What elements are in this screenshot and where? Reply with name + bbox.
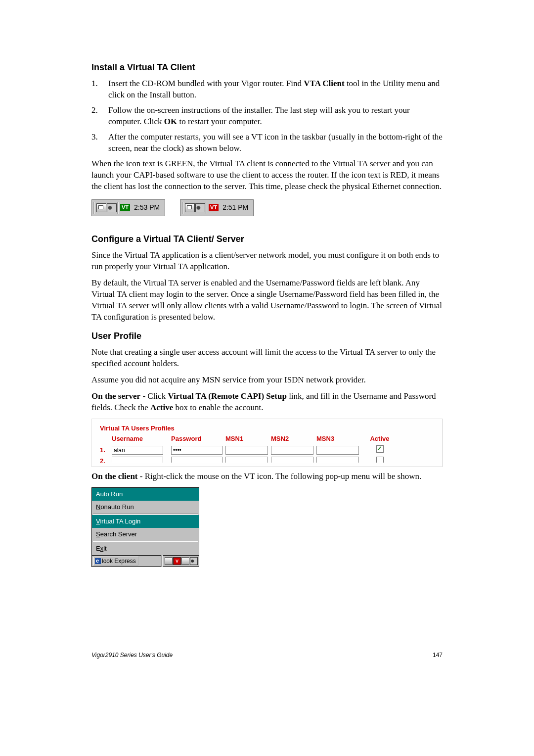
text: uto Run: [100, 490, 123, 498]
text: Insert the CD-ROM bundled with your Vigo…: [108, 79, 304, 88]
virtual-ta-users-profiles-panel: Virtual TA Users Profiles Username Passw…: [91, 419, 443, 468]
paragraph-on-client: On the client - Right-click the mouse on…: [91, 471, 443, 482]
popup-taskbar: look Express V: [91, 556, 199, 567]
profile-row-1: 1.: [100, 445, 434, 455]
install-steps-list: 1. Insert the CD-ROM bundled with your V…: [91, 78, 443, 154]
text: - Right-click the mouse on the VT icon. …: [138, 472, 422, 481]
bold-text: On the server: [91, 391, 140, 401]
speaker-icon: [195, 203, 205, 212]
password-input[interactable]: [171, 446, 222, 455]
text: irtual TA Login: [100, 518, 140, 525]
row-number: 1.: [100, 446, 112, 455]
text: E: [96, 545, 100, 552]
printer-icon: [165, 557, 173, 565]
speaker-icon: [190, 557, 198, 565]
menu-item-auto-run[interactable]: Auto Run: [92, 488, 199, 501]
taskbar-app-button[interactable]: look Express: [93, 557, 138, 566]
heading-install: Install a Virtual TA Client: [91, 61, 443, 73]
msn1-input[interactable]: [225, 457, 268, 463]
row-number: 2.: [100, 457, 112, 463]
paragraph-connection-status: When the icon text is GREEN, the Virtual…: [91, 158, 443, 192]
text: N: [96, 503, 100, 511]
vt-status-icon-red: VT: [209, 204, 219, 211]
menu-separator: [93, 541, 198, 542]
username-input[interactable]: [112, 446, 163, 455]
step-number: 3.: [91, 132, 108, 154]
menu-item-nonauto-run[interactable]: Nonauto Run: [92, 501, 199, 514]
speaker-icon: [107, 203, 117, 212]
system-tray: V: [161, 555, 199, 567]
text: - Click: [140, 391, 168, 401]
taskbar-connected: VT 2:53 PM: [91, 199, 165, 216]
taskbar-grip-icon: [206, 202, 207, 214]
msn3-input[interactable]: [316, 446, 359, 455]
bold-text: Virtual TA (Remote CAPI) Setup: [168, 391, 287, 401]
col-password: Password: [171, 434, 225, 443]
paragraph-userprofile-1: Note that creating a single user access …: [91, 347, 443, 370]
printer-icon: [185, 203, 195, 212]
footer-guide-title: Vigor2910 Series User's Guide: [91, 651, 173, 659]
page-number: 147: [433, 651, 443, 659]
step-text: Follow the on-screen instructions of the…: [108, 105, 443, 128]
username-input[interactable]: [112, 457, 163, 463]
taskbar-clock: 2:53 PM: [130, 203, 165, 212]
menu-item-search-server[interactable]: Search Server: [92, 528, 199, 541]
text: it: [103, 545, 107, 552]
msn3-input[interactable]: [316, 457, 359, 463]
vt-status-icon: V: [173, 557, 181, 565]
taskbar-grip-icon: [93, 202, 95, 214]
popup-menu-figure: Auto Run Nonauto Run Virtual TA Login Se…: [91, 487, 199, 567]
context-menu: Auto Run Nonauto Run Virtual TA Login Se…: [91, 487, 199, 556]
step-number: 1.: [91, 78, 108, 101]
msn1-input[interactable]: [225, 446, 268, 455]
text: to restart your computer.: [177, 117, 262, 126]
taskbar-disconnected: VT 2:51 PM: [180, 199, 254, 216]
page-footer: Vigor2910 Series User's Guide 147: [91, 651, 443, 659]
text: earch Server: [100, 530, 137, 538]
paragraph-configure-1: Since the Virtual TA application is a cl…: [91, 250, 443, 273]
col-msn1: MSN1: [225, 434, 271, 443]
step-text: After the computer restarts, you will se…: [108, 132, 443, 154]
paragraph-userprofile-2: Assume you did not acquire any MSN servi…: [91, 375, 443, 386]
tray-icon: [181, 557, 189, 565]
menu-separator: [93, 514, 198, 515]
menu-item-exit[interactable]: Exit: [92, 542, 199, 555]
password-input[interactable]: [171, 457, 222, 463]
bold-text: VTA Client: [304, 79, 344, 88]
heading-configure: Configure a Virtual TA Client/ Server: [91, 233, 443, 245]
menu-item-virtual-ta-login[interactable]: Virtual TA Login: [92, 515, 199, 528]
text: box to enable the account.: [173, 403, 263, 412]
bold-text: Active: [150, 403, 173, 412]
col-username: Username: [112, 434, 171, 443]
taskbar-grip-icon: [161, 555, 163, 567]
text: A: [96, 490, 100, 498]
vt-status-icon-green: VT: [120, 204, 130, 211]
taskbar-figure: VT 2:53 PM VT 2:51 PM: [91, 199, 443, 216]
col-msn3: MSN3: [316, 434, 365, 443]
outlook-express-icon: [95, 558, 101, 564]
taskbar-app-label: look Express: [102, 557, 136, 565]
active-checkbox[interactable]: [376, 457, 384, 463]
col-active: Active: [365, 434, 395, 443]
taskbar-grip-icon: [117, 202, 119, 214]
active-checkbox[interactable]: [376, 445, 384, 453]
bold-text: On the client: [91, 472, 138, 481]
profiles-header-row: Username Password MSN1 MSN2 MSN3 Active: [100, 434, 434, 443]
bold-text: OK: [164, 117, 177, 126]
taskbar-grip-icon: [182, 202, 183, 214]
col-msn2: MSN2: [271, 434, 316, 443]
text: S: [96, 530, 100, 538]
profile-row-2: 2.: [100, 457, 434, 463]
step-number: 2.: [91, 105, 108, 128]
text: onauto Run: [100, 503, 134, 511]
msn2-input[interactable]: [271, 446, 313, 455]
paragraph-on-server: On the server - Click Virtual TA (Remote…: [91, 391, 443, 414]
paragraph-configure-2: By default, the Virtual TA server is ena…: [91, 278, 443, 323]
profiles-title: Virtual TA Users Profiles: [100, 424, 434, 433]
step-text: Insert the CD-ROM bundled with your Vigo…: [108, 78, 443, 101]
taskbar-clock: 2:51 PM: [219, 203, 253, 212]
printer-icon: [96, 203, 106, 212]
msn2-input[interactable]: [271, 457, 313, 463]
heading-user-profile: User Profile: [91, 330, 443, 342]
